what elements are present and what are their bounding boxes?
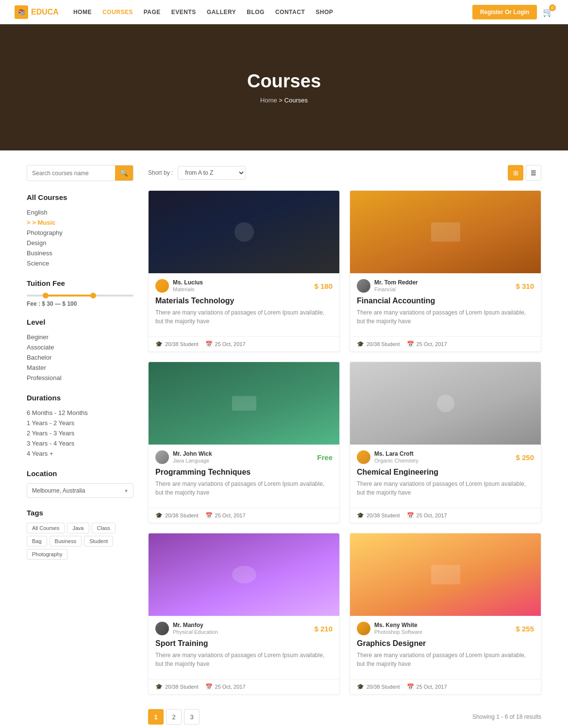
fee-range-fill: [43, 295, 96, 297]
course-date-4: 📅 25 Oct, 2017: [407, 512, 447, 519]
course-date-1: 📅 25 Oct, 2017: [205, 341, 246, 347]
durations-section: Durations 6 Months - 12 Months 1 Years -…: [27, 394, 134, 459]
register-button[interactable]: Register Or Login: [472, 5, 537, 19]
breadcrumb-home[interactable]: Home: [260, 97, 277, 104]
category-science[interactable]: Science: [27, 258, 134, 268]
duration-6-12[interactable]: 6 Months - 12 Months: [27, 408, 134, 418]
nav-home[interactable]: HOME: [73, 9, 92, 16]
category-photography[interactable]: Photography: [27, 228, 134, 238]
cart-icon[interactable]: 🛒 0: [543, 7, 553, 17]
course-avatar-2: [357, 279, 370, 293]
duration-list: 6 Months - 12 Months 1 Years - 2 Years 2…: [27, 408, 134, 459]
course-meta-5: Mr. Manfoy Physical Education $ 210: [155, 622, 333, 635]
fee-range-slider[interactable]: [27, 295, 134, 297]
course-title-3[interactable]: Programming Techniques: [155, 468, 333, 477]
duration-2-3[interactable]: 2 Years - 3 Years: [27, 428, 134, 438]
students-text-6: 20/38 Student: [367, 684, 400, 690]
course-price-3: Free: [317, 453, 333, 462]
breadcrumb-separator: >: [279, 97, 284, 104]
category-design[interactable]: Design: [27, 238, 134, 248]
course-price-5: $ 210: [314, 625, 333, 633]
course-instructor-3: Mr. John Wick Java Language: [173, 450, 313, 464]
course-image-1: [149, 191, 339, 273]
students-icon-3: 🎓: [155, 512, 163, 519]
location-heading: Location: [27, 469, 134, 478]
tag-all-courses[interactable]: All Courses: [27, 523, 65, 533]
course-footer-5: 🎓 20/38 Student 📅 25 Oct, 2017: [149, 679, 339, 694]
course-meta-2: Mr. Tom Redder Financial $ 310: [357, 279, 534, 293]
svg-rect-2: [232, 396, 256, 411]
search-box: 🔍: [27, 165, 134, 181]
nav-page[interactable]: PAGE: [144, 9, 161, 16]
tag-business[interactable]: Business: [50, 536, 82, 546]
level-professional[interactable]: Professional: [27, 373, 134, 383]
navbar: 📚 EDUCA HOME COURSES PAGE EVENTS GALLERY…: [0, 0, 568, 24]
duration-3-4[interactable]: 3 Years - 4 Years: [27, 438, 134, 448]
course-footer-3: 🎓 20/38 Student 📅 25 Oct, 2017: [149, 508, 339, 523]
course-body-5: Mr. Manfoy Physical Education $ 210 Spor…: [149, 616, 339, 679]
nav-gallery[interactable]: GALLERY: [207, 9, 236, 16]
duration-4-plus[interactable]: 4 Years +: [27, 448, 134, 459]
date-text-2: 25 Oct, 2017: [417, 341, 447, 347]
search-input[interactable]: [27, 165, 115, 181]
tag-photography[interactable]: Photography: [27, 549, 67, 560]
course-meta-1: Ms. Lucius Materials $ 180: [155, 279, 333, 293]
course-title-1[interactable]: Materials Technology: [155, 297, 333, 305]
level-associate[interactable]: Associate: [27, 342, 134, 352]
level-master[interactable]: Master: [27, 363, 134, 373]
students-icon-4: 🎓: [357, 512, 364, 519]
grid-view-button[interactable]: ⊞: [508, 165, 523, 181]
course-price-6: $ 255: [516, 625, 534, 633]
hero-title: Courses: [247, 71, 321, 92]
level-bachelor[interactable]: Bachelor: [27, 352, 134, 363]
tags-section: Tags All Courses Java Class Bag Business…: [27, 509, 134, 560]
category-english[interactable]: English: [27, 207, 134, 217]
instructor-sub-6: Photoshop Software: [374, 629, 422, 635]
sort-select[interactable]: from A to Z from Z to A Price: Low to Hi…: [178, 166, 246, 180]
course-title-6[interactable]: Graphics Designer: [357, 639, 534, 648]
nav-blog[interactable]: BLOG: [247, 9, 265, 16]
level-beginer[interactable]: Beginer: [27, 332, 134, 342]
category-business[interactable]: Business: [27, 248, 134, 258]
hero-section: Courses Home > Courses: [0, 24, 568, 150]
location-select[interactable]: Melbourne, Australia Sydney, Australia B…: [27, 483, 134, 498]
page-btn-2[interactable]: 2: [166, 709, 182, 725]
fee-prefix: Fee :: [27, 300, 42, 307]
date-text-4: 25 Oct, 2017: [417, 513, 447, 518]
tag-class[interactable]: Class: [92, 523, 116, 533]
list-view-button[interactable]: ☰: [526, 165, 541, 181]
students-text-4: 20/38 Student: [367, 513, 400, 518]
instructor-sub-5: Physical Education: [173, 629, 218, 635]
course-image-icon-6: [426, 560, 465, 589]
tuition-fee-section: Tuition Fee Fee : $ 30 — $ 100: [27, 279, 134, 307]
tag-bag[interactable]: Bag: [27, 536, 47, 546]
page-btn-3[interactable]: 3: [184, 709, 200, 725]
view-toggle: ⊞ ☰: [508, 165, 541, 181]
course-title-2[interactable]: Financial Accounting: [357, 297, 534, 305]
page-btn-1[interactable]: 1: [148, 709, 164, 725]
course-image-icon-3: [225, 389, 264, 418]
course-image-icon-4: [426, 389, 465, 418]
date-text-5: 25 Oct, 2017: [215, 684, 246, 690]
tag-student[interactable]: Student: [84, 536, 113, 546]
nav-events[interactable]: EVENTS: [171, 9, 196, 16]
nav-courses[interactable]: COURSES: [102, 9, 133, 16]
date-text-1: 25 Oct, 2017: [215, 341, 246, 347]
course-title-4[interactable]: Chemical Engineering: [357, 468, 534, 477]
search-button[interactable]: 🔍: [115, 165, 133, 181]
fee-handle-left[interactable]: [43, 293, 49, 298]
instructor-name-4: Ms. Lara Croft: [374, 450, 512, 457]
course-title-5[interactable]: Sport Training: [155, 639, 333, 648]
course-desc-3: There are many variations of passages of…: [155, 480, 333, 497]
students-text-5: 20/38 Student: [165, 684, 199, 690]
tag-java[interactable]: Java: [67, 523, 89, 533]
date-text-3: 25 Oct, 2017: [215, 513, 246, 518]
duration-1-2[interactable]: 1 Years - 2 Years: [27, 418, 134, 428]
nav-contact[interactable]: CONTACT: [275, 9, 305, 16]
fee-handle-right[interactable]: [90, 293, 96, 298]
category-music[interactable]: > Music: [27, 217, 134, 228]
site-logo[interactable]: 📚 EDUCA: [15, 5, 59, 19]
course-image-2: [350, 191, 541, 273]
nav-shop[interactable]: SHOP: [316, 9, 333, 16]
course-instructor-5: Mr. Manfoy Physical Education: [173, 622, 310, 635]
